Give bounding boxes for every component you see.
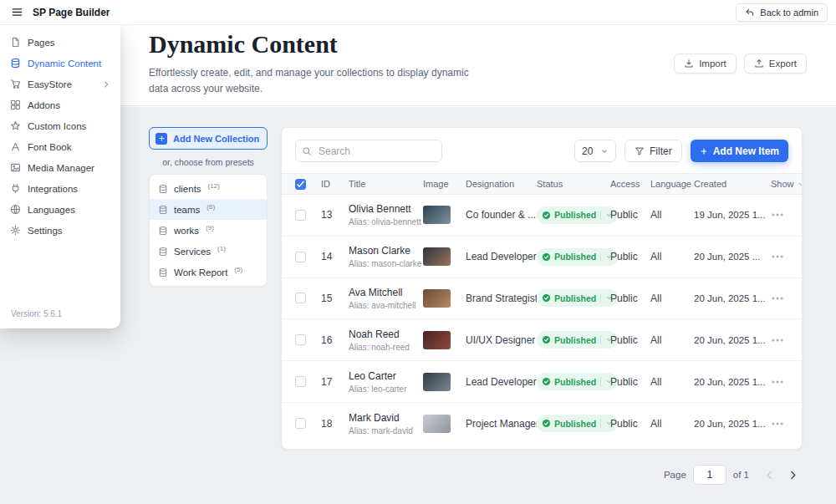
collection-icon <box>158 226 168 236</box>
cell-language: All <box>650 376 694 388</box>
export-button[interactable]: Export <box>744 53 807 74</box>
row-checkbox[interactable] <box>295 418 306 429</box>
row-actions-button[interactable] <box>771 416 793 431</box>
status-badge[interactable]: Published <box>537 248 618 266</box>
page-size-value: 20 <box>582 145 593 157</box>
status-divider <box>600 293 601 303</box>
table-row: 13Olivia BennettAlias: olivia-bennettCo … <box>282 195 802 237</box>
item-thumbnail <box>423 331 451 349</box>
content-area: Add New Collection or, choose from prese… <box>0 107 836 504</box>
sidebar-item-integrations[interactable]: Integrations <box>0 178 120 199</box>
column-header-show[interactable]: Show <box>771 179 802 189</box>
cell-actions <box>771 416 802 431</box>
status-label: Published <box>554 210 596 220</box>
page-title: Dynamic Content <box>149 30 338 59</box>
status-divider <box>600 419 601 428</box>
cell-status: Published <box>537 206 610 224</box>
status-divider <box>600 211 601 220</box>
sidebar-item-languages[interactable]: Languages <box>0 199 120 220</box>
cell-id: 16 <box>321 334 349 346</box>
row-actions-button[interactable] <box>771 249 793 264</box>
cell-actions <box>771 291 802 306</box>
page-size-select[interactable]: 20 <box>574 140 616 162</box>
import-icon <box>684 59 694 69</box>
sidebar-item-pages[interactable]: Pages <box>0 32 120 53</box>
cell-status: Published <box>537 289 610 307</box>
row-actions-button[interactable] <box>771 333 793 348</box>
status-badge[interactable]: Published <box>537 289 618 307</box>
collection-item-teams[interactable]: teams(6) <box>150 199 267 220</box>
row-checkbox[interactable] <box>295 334 306 345</box>
collection-item-works[interactable]: works(9) <box>150 220 267 241</box>
sidebar-item-label: Integrations <box>28 184 78 194</box>
hamburger-menu-button[interactable] <box>8 4 25 21</box>
cell-language: All <box>650 209 694 221</box>
row-checkbox[interactable] <box>295 376 306 387</box>
sidebar-item-addons[interactable]: Addons <box>0 94 120 115</box>
status-badge[interactable]: Published <box>537 331 618 349</box>
column-header-created: Created <box>694 179 771 189</box>
pagination: Page of 1 <box>664 465 801 485</box>
next-page-button[interactable] <box>784 466 801 483</box>
settings-icon <box>10 225 21 236</box>
column-header-id: ID <box>321 179 349 189</box>
ellipsis-icon <box>771 250 784 263</box>
item-alias: Alias: ava-mitchell <box>349 301 423 310</box>
select-all-checkbox[interactable] <box>295 179 306 190</box>
page-number-input[interactable] <box>693 465 726 485</box>
collection-item-clients[interactable]: clients(12) <box>150 178 267 199</box>
cell-designation: Co founder & ... <box>466 209 537 221</box>
add-new-item-button[interactable]: Add New Item <box>691 140 788 162</box>
previous-page-button[interactable] <box>761 466 777 483</box>
collection-item-work-report[interactable]: Work Report(5) <box>150 262 267 283</box>
row-checkbox[interactable] <box>295 252 306 262</box>
status-badge[interactable]: Published <box>537 373 618 390</box>
sidebar-item-media-manager[interactable]: Media Manager <box>0 157 120 178</box>
import-label: Import <box>699 59 726 69</box>
cell-image <box>423 247 466 266</box>
cell-title: Ava MitchellAlias: ava-mitchell <box>349 287 423 310</box>
pages-icon <box>10 37 21 48</box>
row-actions-button[interactable] <box>771 374 793 389</box>
sidebar-item-settings[interactable]: Settings <box>0 220 120 241</box>
column-header-image: Image <box>423 179 466 189</box>
column-header-label: Status <box>537 179 563 189</box>
import-button[interactable]: Import <box>674 53 737 74</box>
collection-icon <box>158 247 168 257</box>
collections-list: clients(12)teams(6)works(9)Services(1)Wo… <box>149 174 268 287</box>
check-circle-icon <box>542 252 551 262</box>
item-title: Noah Reed <box>349 328 423 340</box>
filter-label: Filter <box>650 145 672 157</box>
choose-from-presets-link[interactable]: or, choose from presets <box>149 157 268 167</box>
plus-icon <box>155 133 167 145</box>
collection-name: Services <box>174 247 211 257</box>
cell-image <box>423 331 466 349</box>
sidebar: PagesDynamic ContentEasyStoreAddonsCusto… <box>0 25 120 328</box>
collection-item-services[interactable]: Services(1) <box>150 241 267 262</box>
cell-actions <box>771 249 802 264</box>
add-new-collection-button[interactable]: Add New Collection <box>149 127 268 150</box>
row-actions-button[interactable] <box>771 207 793 222</box>
cell-created: 20 Jun, 2025 1... <box>694 293 771 303</box>
search-box <box>295 140 442 162</box>
plus-icon <box>700 147 708 155</box>
row-checkbox[interactable] <box>295 210 306 221</box>
status-badge[interactable]: Published <box>537 415 618 432</box>
sidebar-item-custom-icons[interactable]: Custom Icons <box>0 115 120 136</box>
filter-button[interactable]: Filter <box>624 140 682 162</box>
cell-language: All <box>650 293 694 304</box>
item-alias: Alias: mark-david <box>349 426 423 435</box>
row-actions-button[interactable] <box>771 291 793 306</box>
column-header-label: Title <box>349 179 365 189</box>
sidebar-item-easystore[interactable]: EasyStore <box>0 74 120 94</box>
page-header: Dynamic Content Effortlessly create, edi… <box>0 25 836 106</box>
back-to-admin-button[interactable]: Back to admin <box>736 3 828 22</box>
sidebar-item-dynamic-content[interactable]: Dynamic Content <box>0 53 120 74</box>
cell-language: All <box>650 334 694 346</box>
search-input[interactable] <box>295 140 442 162</box>
table-toolbar: 20 Filter Add New Item <box>282 128 802 173</box>
status-badge[interactable]: Published <box>537 206 618 224</box>
row-checkbox[interactable] <box>295 293 306 303</box>
sidebar-item-font-book[interactable]: Font Book <box>0 136 120 157</box>
collection-icon <box>158 184 168 194</box>
